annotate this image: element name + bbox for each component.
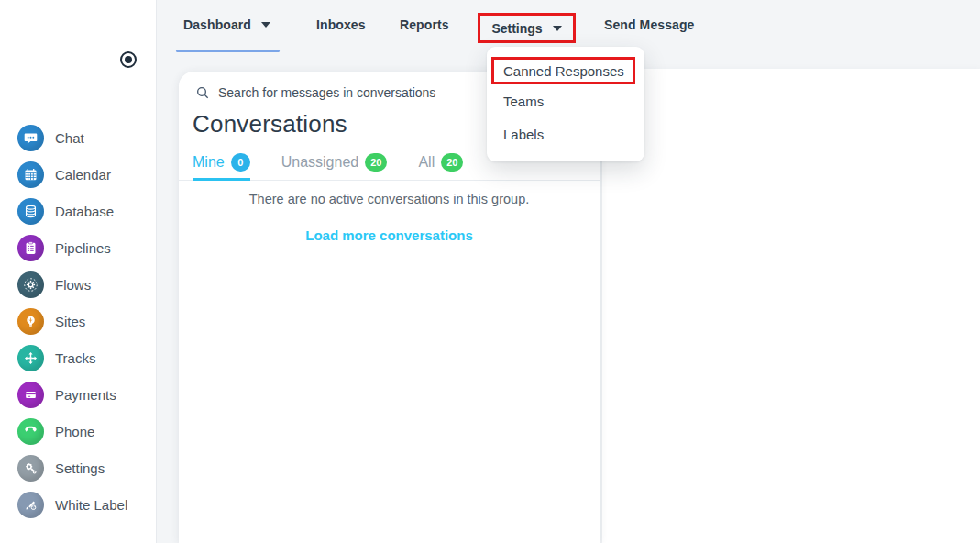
nav-item-label: Inboxes: [316, 17, 366, 32]
sidebar-item-calendar[interactable]: Calendar: [0, 156, 156, 193]
tab-label: Mine: [193, 154, 225, 171]
empty-state-message: There are no active conversations in thi…: [179, 192, 600, 206]
menu-item-teams[interactable]: Teams: [487, 84, 644, 117]
pipelines-icon: [17, 235, 44, 261]
sidebar-item-phone[interactable]: Phone: [0, 413, 156, 449]
annotation-box-settings: Settings: [478, 13, 576, 43]
sidebar-item-label: Pipelines: [55, 240, 111, 256]
sidebar-item-label: White Label: [55, 497, 127, 513]
annotation-box-canned-responses: Canned Responses: [491, 57, 635, 84]
nav-item-reports[interactable]: Reports: [400, 0, 449, 49]
sidebar-item-label: Tracks: [55, 350, 95, 366]
chat-icon: [17, 125, 44, 151]
nav-item-dashboard[interactable]: Dashboard: [183, 0, 270, 49]
sidebar-item-sites[interactable]: Sites: [0, 303, 156, 339]
count-badge: 20: [365, 153, 387, 172]
menu-item-labels[interactable]: Labels: [487, 117, 644, 150]
sidebar-item-flows[interactable]: Flows: [0, 266, 156, 303]
load-more-conversations-link[interactable]: Load more conversations: [179, 227, 600, 243]
nav-item-inboxes[interactable]: Inboxes: [316, 0, 366, 49]
sidebar: Chat Calendar Database Pipelines Flows: [0, 0, 157, 543]
sidebar-collapse-toggle[interactable]: [120, 51, 137, 68]
count-badge: 0: [231, 153, 250, 172]
nav-item-label: Reports: [400, 17, 449, 32]
nav-item-settings[interactable]: Settings: [491, 21, 561, 36]
chevron-down-icon: [261, 22, 270, 28]
calendar-icon: [17, 161, 44, 188]
phone-icon: [17, 418, 44, 445]
sites-icon: [17, 308, 44, 335]
settings-dropdown-menu: Canned Responses Teams Labels: [487, 47, 644, 161]
chevron-down-icon: [553, 26, 562, 31]
menu-item-canned-responses[interactable]: Canned Responses: [503, 63, 624, 79]
conversation-detail-panel: [602, 69, 980, 543]
tab-label: Unassigned: [281, 154, 359, 171]
sidebar-item-label: Chat: [55, 130, 84, 146]
count-badge: 20: [441, 153, 463, 172]
sidebar-item-white-label[interactable]: White Label: [0, 486, 156, 523]
sidebar-item-payments[interactable]: Payments: [0, 376, 156, 413]
tracks-icon: [17, 345, 44, 371]
tab-mine[interactable]: Mine 0: [193, 153, 250, 181]
sidebar-item-label: Payments: [55, 387, 116, 403]
nav-item-label: Send Message: [604, 17, 694, 32]
sidebar-item-database[interactable]: Database: [0, 193, 156, 229]
nav-item-send-message[interactable]: Send Message: [604, 0, 694, 49]
white-label-icon: [17, 492, 44, 518]
database-icon: [17, 198, 44, 225]
sidebar-item-chat[interactable]: Chat: [0, 119, 156, 156]
sidebar-menu: Chat Calendar Database Pipelines Flows: [0, 119, 156, 523]
flows-icon: [17, 272, 44, 298]
sidebar-item-label: Sites: [55, 314, 85, 329]
sidebar-item-label: Calendar: [55, 167, 111, 183]
sidebar-item-label: Settings: [55, 460, 105, 476]
nav-item-label: Settings: [491, 21, 542, 36]
tab-label: All: [418, 154, 435, 171]
active-nav-underline: [176, 50, 280, 52]
sidebar-item-pipelines[interactable]: Pipelines: [0, 229, 156, 266]
radio-dot-icon: [125, 56, 132, 63]
payments-icon: [17, 382, 44, 408]
tab-unassigned[interactable]: Unassigned 20: [281, 153, 388, 181]
sidebar-item-label: Flows: [55, 277, 91, 293]
settings-icon: [17, 455, 44, 482]
sidebar-item-tracks[interactable]: Tracks: [0, 339, 156, 376]
sidebar-item-label: Database: [55, 204, 114, 219]
search-placeholder: Search for messages in conversations: [218, 85, 435, 100]
tab-all[interactable]: All 20: [418, 153, 463, 181]
sidebar-item-label: Phone: [55, 424, 94, 439]
nav-item-label: Dashboard: [183, 17, 251, 32]
sidebar-item-settings[interactable]: Settings: [0, 449, 156, 486]
search-icon: [195, 85, 210, 100]
